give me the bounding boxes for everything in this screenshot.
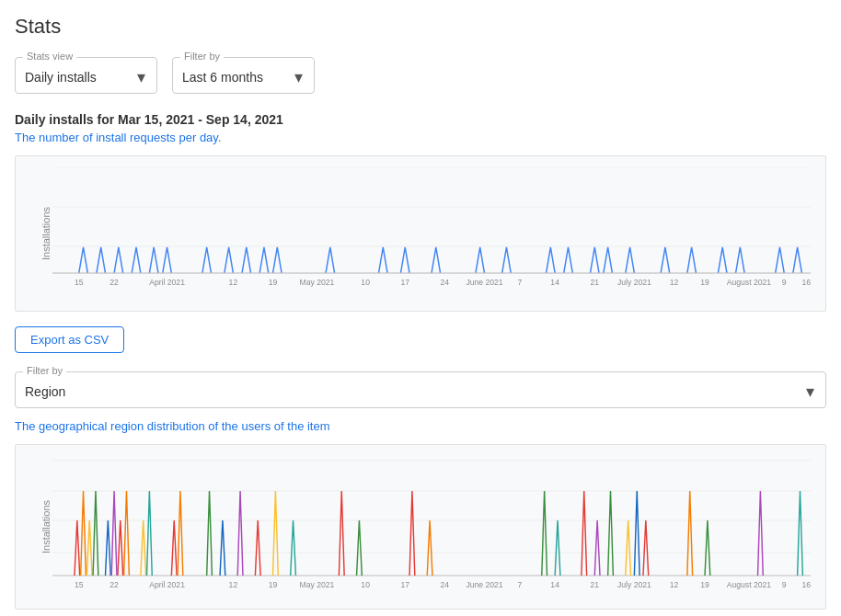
svg-text:21: 21 (590, 580, 599, 589)
svg-text:June 2021: June 2021 (466, 278, 502, 287)
region-subtitle: The geographical region distribution of … (15, 419, 826, 433)
stats-view-value: Daily installs (25, 70, 97, 85)
svg-text:19: 19 (269, 580, 278, 589)
svg-text:June 2021: June 2021 (466, 580, 502, 589)
svg-text:12: 12 (229, 278, 238, 287)
filter-by-label: Filter by (180, 51, 224, 62)
svg-text:16: 16 (801, 278, 811, 287)
svg-text:August 2021: August 2021 (727, 278, 771, 287)
svg-text:19: 19 (269, 278, 278, 287)
region-arrow-icon: ▾ (806, 382, 814, 402)
svg-text:August 2021: August 2021 (727, 580, 771, 589)
export-csv-button[interactable]: Export as CSV (15, 326, 124, 353)
region-value: Region (25, 384, 65, 399)
svg-text:12: 12 (229, 580, 238, 589)
svg-text:14: 14 (550, 278, 559, 287)
installs-chart: Installations 3 2 1 0 (15, 155, 826, 312)
svg-text:10: 10 (361, 278, 370, 287)
filter-by-value: Last 6 months (182, 70, 263, 85)
region-filter-label: Filter by (23, 365, 66, 376)
region-select[interactable]: Region ▾ (25, 376, 814, 404)
page-title: Stats (15, 15, 826, 39)
controls-row: Stats view Daily installs ▾ Filter by La… (15, 57, 826, 94)
svg-text:24: 24 (441, 580, 450, 589)
chart-subtitle: The number of install requests per day. (15, 131, 826, 144)
stats-view-label: Stats view (23, 51, 76, 62)
svg-text:10: 10 (361, 580, 370, 589)
region-dropdown[interactable]: Filter by Region ▾ (15, 371, 826, 408)
svg-text:19: 19 (700, 278, 709, 287)
svg-text:May 2021: May 2021 (300, 278, 335, 287)
svg-text:9: 9 (782, 580, 787, 589)
svg-text:May 2021: May 2021 (300, 580, 335, 589)
svg-text:15: 15 (75, 580, 84, 589)
svg-text:24: 24 (441, 278, 450, 287)
svg-text:19: 19 (700, 580, 709, 589)
svg-text:22: 22 (109, 278, 119, 287)
region-chart: Installations 1.5 1.0 0.5 0.0 (15, 444, 826, 610)
svg-text:April 2021: April 2021 (149, 580, 185, 589)
svg-text:12: 12 (670, 580, 679, 589)
svg-text:9: 9 (782, 278, 787, 287)
svg-text:12: 12 (670, 278, 679, 287)
stats-view-select[interactable]: Daily installs ▾ (25, 62, 145, 89)
filter-by-arrow-icon: ▾ (294, 67, 303, 87)
stats-view-dropdown[interactable]: Stats view Daily installs ▾ (15, 57, 157, 94)
svg-text:April 2021: April 2021 (149, 278, 185, 287)
svg-text:16: 16 (801, 580, 811, 589)
date-range-title: Daily installs for Mar 15, 2021 - Sep 14… (15, 112, 826, 127)
filter-by-dropdown[interactable]: Filter by Last 6 months ▾ (172, 57, 315, 94)
svg-text:21: 21 (590, 278, 599, 287)
chart1-y-axis-label: Installations (40, 207, 52, 260)
stats-view-arrow-icon: ▾ (137, 67, 145, 87)
svg-text:15: 15 (75, 278, 84, 287)
svg-text:17: 17 (400, 278, 409, 287)
svg-text:17: 17 (400, 580, 409, 589)
chart2-svg: 1.5 1.0 0.5 0.0 (52, 456, 811, 589)
svg-text:July 2021: July 2021 (617, 278, 651, 287)
chart2-y-axis-label: Installations (40, 500, 52, 553)
svg-text:22: 22 (109, 580, 119, 589)
chart1-svg: 3 2 1 0 15 2 (52, 167, 811, 287)
svg-text:14: 14 (550, 580, 559, 589)
svg-text:7: 7 (517, 278, 522, 287)
svg-text:7: 7 (517, 580, 522, 589)
svg-text:July 2021: July 2021 (617, 580, 651, 589)
filter-by-select[interactable]: Last 6 months ▾ (182, 62, 303, 89)
